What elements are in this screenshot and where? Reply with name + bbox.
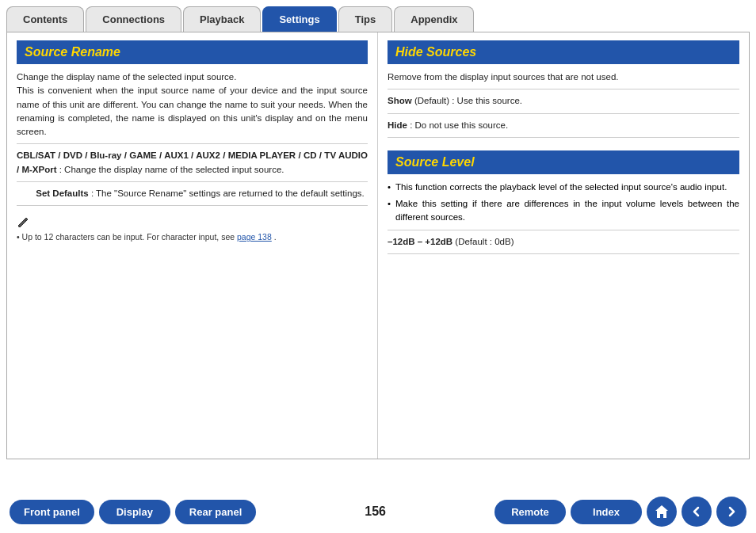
forward-button[interactable] (716, 497, 746, 527)
divider-1 (17, 143, 368, 144)
bottom-right-buttons: Remote Index (494, 497, 746, 527)
hide-sources-title: Hide Sources (395, 45, 476, 59)
hide-row: Hide : Do not use this source. (388, 119, 739, 132)
show-row: Show (Default) : Use this source. (388, 94, 739, 108)
source-level-title: Source Level (395, 155, 475, 169)
arrow-left-icon (690, 505, 703, 518)
divider-7 (388, 230, 739, 230)
set-defaults-desc: : The "Source Rename" settings are retur… (91, 188, 365, 198)
left-panel: Source Rename Change the display name of… (7, 32, 378, 459)
page-number: 156 (365, 504, 386, 519)
tab-navigation: Contents Connections Playback Settings T… (0, 0, 756, 32)
divider-6 (388, 137, 739, 138)
show-desc: : Use this source. (452, 96, 522, 105)
bullet-item-1: This function corrects the playback leve… (388, 181, 739, 194)
hide-sources-header: Hide Sources (388, 40, 739, 64)
range-default: (Default : 0dB) (455, 237, 514, 246)
range-label: –12dB – +12dB (388, 237, 452, 246)
page-138-link[interactable]: page 138 (237, 232, 272, 242)
remote-button[interactable]: Remote (494, 500, 566, 524)
note-text: • Up to 12 characters can be input. For … (17, 232, 368, 242)
pencil-icon (17, 215, 29, 230)
home-button[interactable] (647, 497, 677, 527)
tab-connections[interactable]: Connections (86, 6, 181, 32)
tab-settings[interactable]: Settings (262, 6, 336, 32)
show-label: Show (388, 96, 412, 105)
source-rename-header: Source Rename (17, 40, 368, 64)
hide-label: Hide (388, 120, 407, 130)
divider-3 (17, 205, 368, 206)
divider-5 (388, 113, 739, 114)
divider-8 (388, 253, 739, 254)
tab-playback[interactable]: Playback (183, 6, 261, 32)
index-button[interactable]: Index (571, 500, 642, 524)
main-content: Source Rename Change the display name of… (6, 32, 750, 459)
source-rename-description: Change the display name of the selected … (17, 70, 368, 139)
range-row: –12dB – +12dB (Default : 0dB) (388, 235, 739, 249)
divider-4 (388, 89, 739, 89)
right-panel: Hide Sources Remove from the display inp… (378, 32, 749, 459)
bottom-bar: Front panel Display Rear panel 156 Remot… (0, 490, 756, 533)
tab-tips[interactable]: Tips (338, 6, 393, 32)
source-level-header: Source Level (388, 150, 739, 174)
source-level-bullets: This function corrects the playback leve… (388, 181, 739, 225)
back-button[interactable] (682, 497, 712, 527)
bottom-left-buttons: Front panel Display Rear panel (10, 500, 256, 524)
display-button[interactable]: Display (99, 500, 170, 524)
set-defaults-row: Set Defaults : The "Source Rename" setti… (17, 187, 368, 200)
hide-sources-description: Remove from the display input sources th… (388, 70, 739, 84)
rear-panel-button[interactable]: Rear panel (175, 500, 256, 524)
hide-desc: : Do not use this source. (410, 120, 508, 130)
bold-items-desc: : Change the display name of the selecte… (59, 165, 284, 174)
tab-contents[interactable]: Contents (6, 6, 84, 32)
set-defaults-label: Set Defaults (36, 188, 88, 198)
front-panel-button[interactable]: Front panel (10, 500, 94, 524)
source-rename-items: CBL/SAT / DVD / Blu-ray / GAME / AUX1 / … (17, 149, 368, 177)
show-default: (Default) (414, 96, 449, 105)
source-rename-title: Source Rename (25, 45, 120, 59)
home-icon (654, 504, 670, 520)
divider-2 (17, 181, 368, 182)
tab-appendix[interactable]: Appendix (394, 6, 474, 32)
arrow-right-icon (725, 505, 738, 518)
bullet-item-2: Make this setting if there are differenc… (388, 197, 739, 225)
